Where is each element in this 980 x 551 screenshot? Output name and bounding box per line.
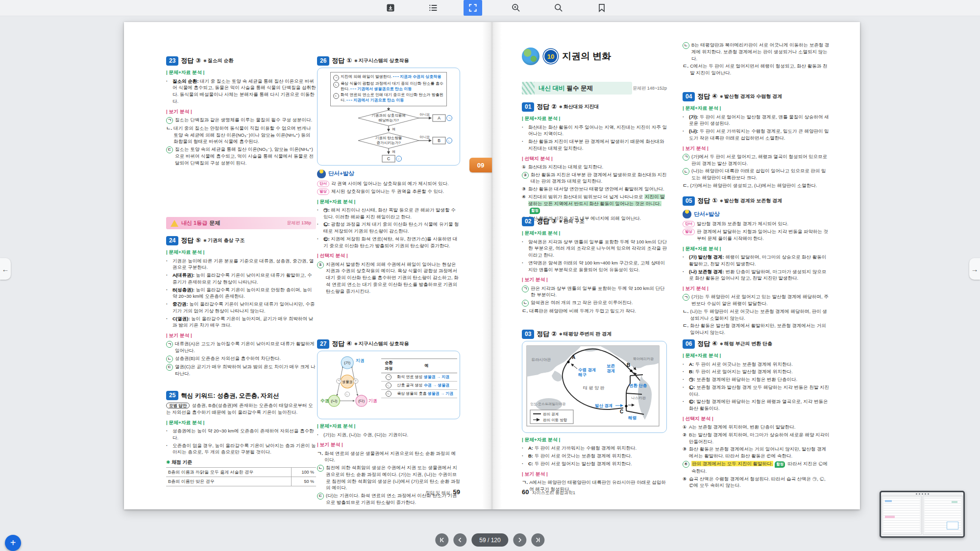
mountain-icon [171, 220, 178, 227]
fullscreen-icon[interactable] [464, 0, 482, 16]
data-analysis-lines: ·A: 두 판이 서로 가까워지는 수렴형 경계에 위치한다.·B: 두 판이 … [522, 445, 667, 467]
question-05: 05 정답 ① ✱발산형 경계와 보존형 경계 단서+발상 단서발산형 경계와 … [683, 196, 830, 337]
question-number-badge: 23 [166, 56, 178, 66]
section-label-choice-analysis: | 보기 분석 | [522, 471, 667, 478]
answer-label: 정답 ② [537, 102, 557, 112]
banner-title: 내신 1등급 [181, 219, 207, 227]
footer-label: 정답 및 해설 [426, 490, 450, 495]
app-background: 23 정답 ③ ✱질소의 순환 | 문제+자료 분석 | ·질소의 순환: 대기… [0, 0, 980, 551]
zoom-in-icon[interactable] [510, 2, 522, 14]
idea-line: 발상판 경계에서 발달하는 지형과 일어나는 지각 변동을 파악하는 것부터 문… [683, 228, 830, 242]
first-page-button[interactable] [435, 533, 448, 547]
answer-label: 정답 ④ [697, 92, 717, 101]
bookmark-icon[interactable] [596, 2, 608, 14]
text-line: ·A: 두 판이 서로 가까워지는 수렴형 경계에 위치한다. [522, 445, 667, 452]
page-number: 59 [453, 488, 460, 496]
question-header: 06 정답 ④ ✱해령 부근의 변환 단층 [683, 339, 830, 349]
asterisk-icon: ✱ [559, 104, 563, 110]
preview-thumbnail[interactable] [880, 491, 965, 538]
flowchart-decisions: 기권과의 상호작용에 해당하는가? 아니요 A ㄱ 예 기권의 탄소량을 증가시… [324, 107, 453, 163]
answer-label: 정답 ④ [697, 339, 717, 349]
section-label-choice-analysis: | 보기 분석 | [166, 332, 316, 339]
workbook-page-ref: 문제편 148~152p [633, 85, 667, 92]
download-icon[interactable] [385, 2, 396, 14]
svg-text:유라시아판: 유라시아판 [531, 358, 551, 362]
svg-text:아니요: 아니요 [420, 135, 430, 139]
asterisk-icon: ✱ [720, 198, 723, 204]
question-number-badge: 03 [522, 330, 534, 339]
svg-text:증가시키는가?: 증가시키는가? [376, 141, 400, 145]
svg-text:기권과의 상호작용에: 기권과의 상호작용에 [371, 113, 406, 118]
statement-line: ㄱ지진에 의해 해일이 발생한다.지권과 수권의 상호작용 [333, 74, 444, 81]
clue-line: 단서각 권역 사이에 일어나는 상호작용의 예가 제시되어 있다. [317, 180, 460, 187]
text-line: ②B는 발산형 경계에 위치하며, 마그마가 상승하여 새로운 해양 지각이 만… [683, 431, 830, 445]
table-row: ㄴ산호 골격 생성 수권 → 생물권 [381, 381, 457, 389]
svg-text:해구: 해구 [578, 372, 587, 377]
svg-text:판의 경계: 판의 경계 [543, 412, 559, 416]
text-line: ·암석권은 지각과 상부 맨틀의 일부를 포함한 두께 약 100 km의 단단… [522, 239, 667, 259]
question-topic: ✱발산형 경계와 수렴형 경계 [720, 93, 782, 100]
section-label-option-analysis: | 선택지 분석 | [317, 252, 460, 259]
page-number: 60 [522, 488, 529, 496]
data-analysis-lines: ·(가) 발산형 경계: 해령이 발달하며, 마그마의 상승으로 화산 활동이 … [683, 254, 830, 282]
section-label-choice-analysis: | 보기 분석 | [683, 145, 830, 152]
next-page-arrow[interactable]: → [969, 258, 980, 280]
text-line: ㄴ.(나)는 두 해양판이 서로 어긋나는 보존형 경계에 해당하며, 판이 생… [683, 308, 830, 322]
sphere-interaction-diagram: (가) 지권 생물권 (나) 수권 (다) 기권 ㄱ ㄴ ㄷ 순환 과정예 ㄱ [317, 351, 460, 419]
thumbnail-left-page [882, 496, 922, 535]
svg-text:기권의 탄소량을: 기권의 탄소량을 [375, 136, 402, 140]
model-answer: 모범 답안성층권, B층(성층권)에 존재하는 오존층이 태양으로부터 오는 자… [166, 402, 316, 416]
statement-line: ㄷ화석 연료의 연소로 인해 대기 중으로 이산화 탄소가 방출된다.지권에서 … [333, 93, 444, 103]
text-line: ·C: 두 판이 서로 멀어지는 발산형 경계에 위치한다. [522, 460, 667, 467]
answer-label: 정답 ④ [332, 339, 352, 349]
question-number-badge: 27 [317, 339, 329, 349]
text-line: ㄷ.대륙판은 해양판에 비해 두께가 두껍고 밀도가 작다. [522, 308, 667, 314]
chapter-09-tab[interactable]: 09 [469, 158, 492, 172]
list-icon[interactable] [427, 2, 439, 14]
text-line: ·C(열권): 높이 올라갈수록 기온이 높아지며, 공기가 매우 희박하여 낮… [166, 315, 316, 329]
book-spine [482, 22, 502, 509]
previous-page-button[interactable] [453, 533, 466, 547]
svg-text:태 평 양 판: 태 평 양 판 [583, 385, 605, 390]
text-line: ·B(성층권): 높이 올라갈수록 기온이 높아지므로 안정한 층이며, 높이 … [166, 287, 316, 300]
section-label-data-analysis: | 문제+자료 분석 | [522, 230, 667, 237]
question-header: 27 정답 ④ ✱지구시스템의 상호작용 [317, 339, 460, 349]
workbook-page-ref: 문제편 138p [287, 220, 316, 226]
next-page-button[interactable] [514, 533, 527, 547]
stripe-decoration [522, 82, 535, 95]
idea-bulb-icon [317, 169, 326, 178]
page-indicator[interactable]: 59 / 120 [471, 533, 508, 547]
add-button[interactable]: + [5, 535, 21, 551]
search-icon[interactable] [553, 2, 564, 14]
top-toolbar [0, 0, 980, 16]
clue-idea-title: 단서+발상 [694, 210, 720, 218]
chapter-title: 지권의 변화 [562, 50, 611, 63]
previous-page-arrow[interactable]: ← [0, 258, 11, 280]
svg-text:아니요: 아니요 [420, 113, 430, 116]
question-number-badge: 26 [317, 56, 329, 66]
text-line: ·㉡: 보존형 경계와 발산형 경계 모두 해당하는 지각 변동은 천발 지진이… [683, 384, 830, 398]
svg-text:예: 예 [392, 127, 395, 131]
text-line: ·기권은 높이에 따른 기온 분포를 기준으로 대류권, 성층권, 중간권, 열… [166, 258, 316, 271]
svg-text:해령: 해령 [628, 415, 637, 420]
section-label-data-analysis: | 문제+자료 분석 | [317, 198, 460, 205]
data-analysis-lines: ·(가)는 지권, (나)는 수권, (다)는 기권이다. [317, 431, 460, 438]
svg-text:C: C [620, 409, 623, 414]
question-topic: ✱기권의 층상 구조 [203, 237, 245, 244]
question-header: 23 정답 ③ ✱질소의 순환 [166, 56, 316, 66]
text-line: ·㉠: 해저 지진이나 산사태, 화산 폭발 등으로 큰 해파가 발생할 수 있… [317, 207, 460, 220]
text-line: ㄴ(나)는 해양판이 대륙판 아래로 섭입이 일어나고 있으므로 판의 밀도는 … [683, 168, 830, 181]
last-page-button[interactable] [532, 533, 545, 547]
statement-line: ㄴ육상 식물이 광합성 과정에서 대기 중의 이산화 탄소를 흡수한다.기권에서… [333, 81, 444, 92]
svg-text:ㄴ: ㄴ [448, 139, 451, 143]
text-line: ·화산 활동과 지진이 대부분 판 경계에서 발생하기 때문에 화산대와 지진대… [522, 138, 667, 152]
question-topic: ✱지구시스템의 상호작용 [354, 340, 409, 348]
text-line: ·B: 두 판이 서로 어긋나는 보존형 경계에 위치한다. [522, 453, 667, 459]
globe-icon [522, 48, 539, 65]
table-row: B층의 이름만 맞은 경우50 % [166, 477, 316, 486]
thumbnail-toolbar [881, 492, 963, 496]
section-label-choice-analysis: | 보기 분석 | [166, 108, 316, 115]
option-analysis-lines: ①화산대와 지진대는 대체로 일치한다.②화산 활동과 지진은 대부분 판 경계… [522, 164, 667, 222]
text-line: ·A: 두 판이 서로 어긋나는 보존형 경계에 위치한다. [683, 361, 830, 368]
data-analysis-lines: ·성층권에는 높이 약 20~30 km에 오존층이 존재하여 자외선을 흡수한… [166, 428, 316, 455]
